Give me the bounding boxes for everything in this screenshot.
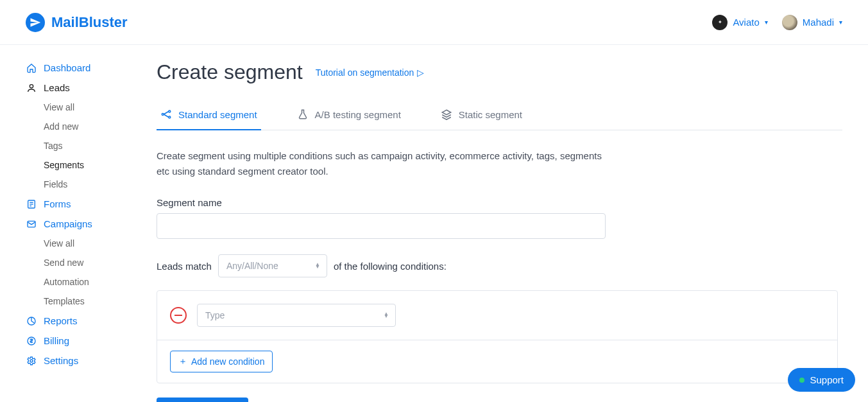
sidebar: Dashboard Leads View all Add new Tags Se… [0,45,141,402]
main-content: Create segment Tutorial on segmentation … [141,45,868,402]
chevron-down-icon: ▾ [839,19,842,26]
flask-icon [297,109,309,120]
user-name: Mahadi [803,17,834,28]
svg-point-0 [30,84,33,87]
tutorial-link[interactable]: Tutorial on segmentation ▷ [316,67,425,78]
sidebar-label: Settings [44,355,78,366]
brand-name: MailBluster [51,14,128,31]
chevron-down-icon: ▾ [765,19,768,26]
sidebar-sub-fields[interactable]: Fields [26,175,135,194]
org-name: Aviato [733,17,759,28]
sidebar-label: Forms [44,198,71,209]
user-icon [26,83,37,93]
sidebar-sub-tags[interactable]: Tags [26,136,135,155]
type-placeholder: Type [205,310,225,320]
page-title: Create segment [157,60,303,84]
org-avatar: ✦ [712,15,728,30]
logo-icon [26,13,45,32]
home-icon [26,63,37,73]
sidebar-label: Dashboard [44,62,90,73]
tab-ab-testing-segment[interactable]: A/B testing segment [293,102,405,130]
logo[interactable]: MailBluster [26,13,128,32]
of-following-label: of the following conditions: [334,261,447,272]
match-select[interactable]: Any/All/None ▲▼ [218,254,327,277]
page-description: Create segment using multiple conditions… [157,148,606,179]
add-condition-row: ＋ Add new condition [157,340,837,383]
caret-sort-icon: ▲▼ [315,263,320,268]
remove-condition-button[interactable] [170,307,187,324]
svg-point-10 [169,110,171,112]
sidebar-sub-segments[interactable]: Segments [26,155,135,175]
leads-match-label: Leads match [157,261,212,272]
sidebar-item-reports[interactable]: Reports [26,311,135,331]
sidebar-item-campaigns[interactable]: Campaigns [26,214,135,234]
user-menu[interactable]: Mahadi ▾ [782,15,842,30]
user-avatar [782,15,797,30]
status-dot-icon [799,378,804,383]
support-button[interactable]: Support [788,368,855,392]
layers-icon [441,109,452,120]
tab-standard-segment[interactable]: Standard segment [157,102,261,130]
tabs: Standard segment A/B testing segment Sta… [157,102,842,130]
create-segment-button[interactable]: Create segment [157,398,248,402]
dollar-icon [26,336,37,346]
sidebar-sub-add-new[interactable]: Add new [26,117,135,136]
chart-icon [26,316,37,326]
plus-icon: ＋ [178,356,187,367]
form-icon [26,199,37,209]
sidebar-sub-view-all[interactable]: View all [26,98,135,117]
gear-icon [26,356,37,366]
match-row: Leads match Any/All/None ▲▼ of the follo… [157,254,842,277]
sidebar-item-settings[interactable]: Settings [26,351,135,371]
sidebar-item-billing[interactable]: Billing [26,331,135,351]
type-select[interactable]: Type ▲▼ [197,304,396,327]
minus-icon [174,315,182,316]
org-switcher[interactable]: ✦ Aviato ▾ [712,15,767,30]
nodes-icon [160,109,172,120]
svg-point-11 [169,116,171,118]
top-right: ✦ Aviato ▾ Mahadi ▾ [712,15,842,30]
svg-point-9 [162,114,164,116]
sidebar-label: Leads [44,82,70,93]
sidebar-sub-send-new[interactable]: Send new [26,253,135,272]
tab-static-segment[interactable]: Static segment [437,102,526,130]
add-condition-button[interactable]: ＋ Add new condition [170,351,273,372]
sidebar-item-leads[interactable]: Leads [26,78,135,98]
sidebar-label: Campaigns [44,218,92,229]
segment-name-label: Segment name [157,197,842,208]
topbar: MailBluster ✦ Aviato ▾ Mahadi ▾ [0,0,868,45]
caret-sort-icon: ▲▼ [384,313,389,318]
conditions-box: Type ▲▼ ＋ Add new condition [157,290,838,383]
segment-name-input[interactable] [157,213,606,239]
mail-icon [26,219,37,229]
sidebar-sub-templates[interactable]: Templates [26,292,135,311]
play-icon: ▷ [417,67,424,78]
sidebar-sub-campaigns-view-all[interactable]: View all [26,234,135,253]
match-placeholder: Any/All/None [226,261,278,271]
sidebar-item-forms[interactable]: Forms [26,194,135,214]
sidebar-label: Billing [44,335,69,346]
condition-row: Type ▲▼ [157,291,837,340]
page-header: Create segment Tutorial on segmentation … [157,60,842,84]
sidebar-sub-automation[interactable]: Automation [26,272,135,292]
sidebar-label: Reports [44,315,78,326]
svg-point-8 [30,360,33,362]
sidebar-item-dashboard[interactable]: Dashboard [26,58,135,78]
